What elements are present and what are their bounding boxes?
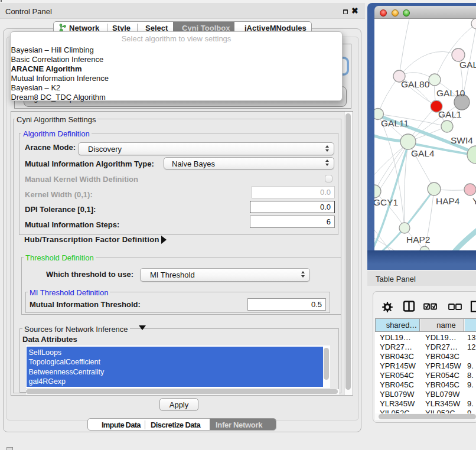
svg-text:GAL1: GAL1 [438, 109, 462, 119]
svg-text:YLR: YLR [472, 196, 476, 206]
svg-text:GAL4: GAL4 [411, 148, 435, 158]
svg-text:HAP4: HAP4 [436, 196, 460, 206]
svg-text:GAL10: GAL10 [436, 88, 465, 98]
svg-text:GAL2: GAL2 [459, 60, 476, 70]
svg-text:HAP2: HAP2 [406, 234, 431, 244]
svg-text:GAL80: GAL80 [401, 79, 430, 89]
svg-text:SWI4: SWI4 [451, 135, 473, 145]
svg-text:GAL11: GAL11 [381, 118, 409, 128]
svg-text:GCY1: GCY1 [374, 197, 398, 207]
